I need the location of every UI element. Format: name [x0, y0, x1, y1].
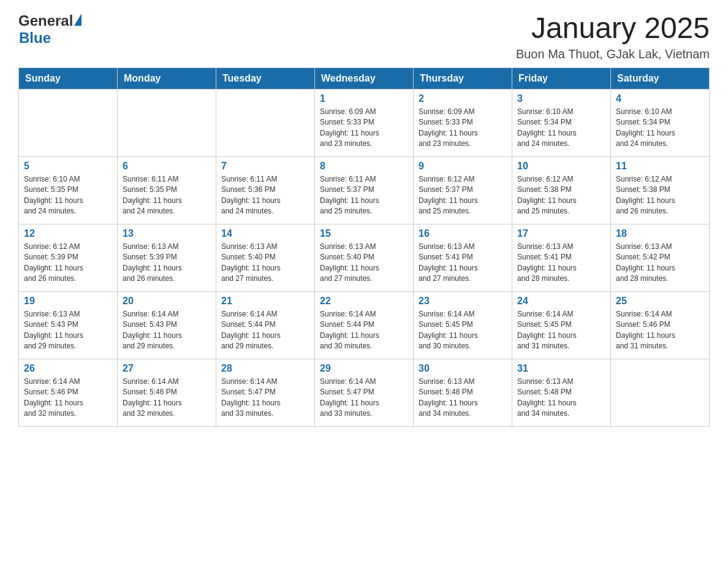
calendar-week-4: 19Sunrise: 6:13 AMSunset: 5:43 PMDayligh… [19, 291, 710, 359]
calendar-cell: 31Sunrise: 6:13 AMSunset: 5:48 PMDayligh… [512, 359, 611, 426]
day-info: Sunrise: 6:13 AMSunset: 5:41 PMDaylight:… [517, 242, 605, 285]
calendar-cell: 6Sunrise: 6:11 AMSunset: 5:35 PMDaylight… [118, 156, 216, 224]
logo: General Blue [18, 12, 82, 47]
day-number: 15 [320, 228, 408, 239]
calendar-cell: 12Sunrise: 6:12 AMSunset: 5:39 PMDayligh… [19, 224, 118, 291]
day-number: 18 [616, 228, 704, 239]
day-info: Sunrise: 6:14 AMSunset: 5:45 PMDaylight:… [419, 309, 507, 352]
title-section: January 2025 Buon Ma Thuot, GJak Lak, Vi… [516, 12, 710, 61]
calendar-cell [216, 89, 315, 156]
day-info: Sunrise: 6:11 AMSunset: 5:35 PMDaylight:… [123, 174, 211, 217]
day-number: 6 [123, 161, 211, 172]
day-info: Sunrise: 6:14 AMSunset: 5:43 PMDaylight:… [123, 309, 211, 352]
calendar-cell: 14Sunrise: 6:13 AMSunset: 5:40 PMDayligh… [216, 224, 315, 291]
day-number: 16 [419, 228, 507, 239]
day-number: 31 [517, 363, 605, 374]
day-info: Sunrise: 6:14 AMSunset: 5:44 PMDaylight:… [320, 309, 408, 352]
day-info: Sunrise: 6:11 AMSunset: 5:36 PMDaylight:… [221, 174, 309, 217]
day-number: 26 [24, 363, 112, 374]
calendar-cell: 4Sunrise: 6:10 AMSunset: 5:34 PMDaylight… [611, 89, 710, 156]
calendar-table: SundayMondayTuesdayWednesdayThursdayFrid… [18, 67, 710, 427]
day-info: Sunrise: 6:14 AMSunset: 5:47 PMDaylight:… [221, 377, 309, 419]
day-info: Sunrise: 6:09 AMSunset: 5:33 PMDaylight:… [419, 107, 507, 150]
day-number: 28 [221, 363, 309, 374]
day-number: 12 [24, 228, 112, 239]
page-header: General Blue January 2025 Buon Ma Thuot,… [18, 12, 710, 61]
calendar-cell: 17Sunrise: 6:13 AMSunset: 5:41 PMDayligh… [512, 224, 611, 291]
day-info: Sunrise: 6:13 AMSunset: 5:40 PMDaylight:… [320, 242, 408, 285]
calendar-cell: 28Sunrise: 6:14 AMSunset: 5:47 PMDayligh… [216, 359, 315, 426]
day-number: 30 [419, 363, 507, 374]
calendar-cell: 7Sunrise: 6:11 AMSunset: 5:36 PMDaylight… [216, 156, 315, 224]
day-info: Sunrise: 6:10 AMSunset: 5:34 PMDaylight:… [616, 107, 704, 150]
day-info: Sunrise: 6:13 AMSunset: 5:39 PMDaylight:… [123, 242, 211, 285]
day-info: Sunrise: 6:13 AMSunset: 5:48 PMDaylight:… [517, 377, 605, 419]
calendar-header-thursday: Thursday [414, 67, 512, 89]
calendar-header-saturday: Saturday [611, 67, 710, 89]
day-number: 2 [419, 93, 507, 104]
day-number: 13 [123, 228, 211, 239]
day-number: 20 [123, 296, 211, 307]
day-number: 11 [616, 161, 704, 172]
calendar-cell: 2Sunrise: 6:09 AMSunset: 5:33 PMDaylight… [414, 89, 512, 156]
day-number: 24 [517, 296, 605, 307]
calendar-week-5: 26Sunrise: 6:14 AMSunset: 5:46 PMDayligh… [19, 359, 710, 426]
day-number: 27 [123, 363, 211, 374]
day-info: Sunrise: 6:14 AMSunset: 5:46 PMDaylight:… [616, 309, 704, 352]
day-number: 5 [24, 161, 112, 172]
calendar-header-sunday: Sunday [19, 67, 118, 89]
calendar-cell: 13Sunrise: 6:13 AMSunset: 5:39 PMDayligh… [118, 224, 216, 291]
day-info: Sunrise: 6:12 AMSunset: 5:38 PMDaylight:… [517, 174, 605, 217]
day-info: Sunrise: 6:13 AMSunset: 5:40 PMDaylight:… [221, 242, 309, 285]
calendar-cell: 26Sunrise: 6:14 AMSunset: 5:46 PMDayligh… [19, 359, 118, 426]
calendar-cell: 10Sunrise: 6:12 AMSunset: 5:38 PMDayligh… [512, 156, 611, 224]
calendar-cell: 19Sunrise: 6:13 AMSunset: 5:43 PMDayligh… [19, 291, 118, 359]
logo-blue-text: Blue [19, 29, 51, 47]
calendar-header-friday: Friday [512, 67, 611, 89]
logo-general-text: General [18, 12, 73, 29]
calendar-cell: 24Sunrise: 6:14 AMSunset: 5:45 PMDayligh… [512, 291, 611, 359]
day-info: Sunrise: 6:10 AMSunset: 5:34 PMDaylight:… [517, 107, 605, 150]
day-info: Sunrise: 6:14 AMSunset: 5:46 PMDaylight:… [24, 377, 112, 419]
day-number: 22 [320, 296, 408, 307]
day-info: Sunrise: 6:10 AMSunset: 5:35 PMDaylight:… [24, 174, 112, 217]
calendar-week-3: 12Sunrise: 6:12 AMSunset: 5:39 PMDayligh… [19, 224, 710, 291]
calendar-cell [118, 89, 216, 156]
calendar-cell [19, 89, 118, 156]
calendar-cell: 15Sunrise: 6:13 AMSunset: 5:40 PMDayligh… [315, 224, 414, 291]
day-info: Sunrise: 6:14 AMSunset: 5:45 PMDaylight:… [517, 309, 605, 352]
calendar-cell: 29Sunrise: 6:14 AMSunset: 5:47 PMDayligh… [315, 359, 414, 426]
calendar-cell: 21Sunrise: 6:14 AMSunset: 5:44 PMDayligh… [216, 291, 315, 359]
calendar-week-2: 5Sunrise: 6:10 AMSunset: 5:35 PMDaylight… [19, 156, 710, 224]
calendar-week-1: 1Sunrise: 6:09 AMSunset: 5:33 PMDaylight… [19, 89, 710, 156]
calendar-header-monday: Monday [118, 67, 216, 89]
day-number: 7 [221, 161, 309, 172]
calendar-cell: 9Sunrise: 6:12 AMSunset: 5:37 PMDaylight… [414, 156, 512, 224]
day-info: Sunrise: 6:12 AMSunset: 5:38 PMDaylight:… [616, 174, 704, 217]
day-number: 10 [517, 161, 605, 172]
day-info: Sunrise: 6:14 AMSunset: 5:44 PMDaylight:… [221, 309, 309, 352]
day-info: Sunrise: 6:14 AMSunset: 5:47 PMDaylight:… [320, 377, 408, 419]
calendar-cell: 23Sunrise: 6:14 AMSunset: 5:45 PMDayligh… [414, 291, 512, 359]
day-info: Sunrise: 6:14 AMSunset: 5:46 PMDaylight:… [123, 377, 211, 419]
day-number: 4 [616, 93, 704, 104]
calendar-header-wednesday: Wednesday [315, 67, 414, 89]
day-number: 19 [24, 296, 112, 307]
day-info: Sunrise: 6:13 AMSunset: 5:42 PMDaylight:… [616, 242, 704, 285]
calendar-cell [611, 359, 710, 426]
calendar-cell: 27Sunrise: 6:14 AMSunset: 5:46 PMDayligh… [118, 359, 216, 426]
day-number: 29 [320, 363, 408, 374]
calendar-header-row: SundayMondayTuesdayWednesdayThursdayFrid… [19, 67, 710, 89]
day-number: 23 [419, 296, 507, 307]
day-number: 8 [320, 161, 408, 172]
day-info: Sunrise: 6:12 AMSunset: 5:39 PMDaylight:… [24, 242, 112, 285]
calendar-cell: 20Sunrise: 6:14 AMSunset: 5:43 PMDayligh… [118, 291, 216, 359]
main-title: January 2025 [516, 12, 710, 45]
day-info: Sunrise: 6:13 AMSunset: 5:48 PMDaylight:… [419, 377, 507, 419]
day-info: Sunrise: 6:11 AMSunset: 5:37 PMDaylight:… [320, 174, 408, 217]
calendar-cell: 3Sunrise: 6:10 AMSunset: 5:34 PMDaylight… [512, 89, 611, 156]
day-number: 9 [419, 161, 507, 172]
logo-triangle-icon [74, 13, 82, 26]
day-info: Sunrise: 6:13 AMSunset: 5:41 PMDaylight:… [419, 242, 507, 285]
day-number: 21 [221, 296, 309, 307]
